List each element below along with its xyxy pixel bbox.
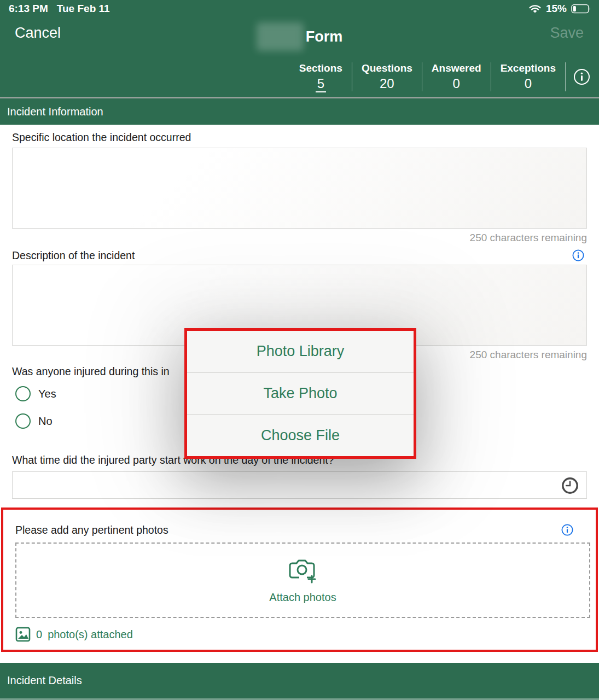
attach-photos-label: Attach photos [269,591,336,604]
status-time: 6:13 PM [9,3,48,15]
time-input[interactable] [12,471,587,499]
stat-answered: Answered 0 [422,62,491,91]
radio-yes-label: Yes [38,388,56,400]
stat-questions-label: Questions [362,62,412,74]
photo-count-row: 0 photo(s) attached [15,627,586,642]
question-location-label: Specific location the incident occurred [12,131,584,143]
section-header-incident-details: Incident Details [0,663,599,700]
status-left: 6:13 PM Tue Feb 11 [9,3,110,15]
stat-sections-label: Sections [299,62,342,74]
photo-count-value: 0 [36,628,42,641]
stat-answered-value: 0 [432,76,481,91]
battery-percent: 15% [546,3,567,15]
stat-exceptions: Exceptions 0 [491,62,566,91]
attach-photos-dropzone[interactable]: Attach photos [15,542,590,618]
stat-exceptions-label: Exceptions [501,62,556,74]
photo-source-action-sheet: Photo Library Take Photo Choose File [184,328,416,459]
redacted-title-blur [257,22,304,51]
status-date: Tue Feb 11 [57,3,110,15]
clock-icon[interactable] [561,476,579,495]
question-description-row: Description of the incident [0,249,599,261]
radio-no-label: No [38,415,53,428]
battery-icon [571,4,591,14]
action-choose-file[interactable]: Choose File [187,414,414,456]
stat-sections-value[interactable]: 5 [316,76,326,92]
form-stats: Sections 5 Questions 20 Answered 0 Excep… [290,62,594,91]
question-photos-label: Please add any pertinent photos [15,524,571,536]
action-take-photo[interactable]: Take Photo [187,372,414,415]
camera-plus-icon [288,557,318,585]
stat-exceptions-value: 0 [501,76,556,91]
radio-yes-icon[interactable] [15,386,31,401]
status-right: 15% [528,3,591,15]
info-circle-icon [573,68,590,85]
section-title: Incident Information [7,106,103,118]
stat-answered-label: Answered [432,62,481,74]
section-header-incident-information: Incident Information [0,98,599,125]
page-title-text: Form [306,28,343,45]
stat-sections[interactable]: Sections 5 [290,62,352,91]
nav-row: Cancel Form Save [0,20,599,49]
photo-count-suffix: photo(s) attached [48,628,133,641]
wifi-icon [528,4,542,14]
photos-info-icon[interactable] [561,524,573,536]
app-header: 6:13 PM Tue Feb 11 15% Cancel Form Save [0,0,599,97]
radio-no-icon[interactable] [15,413,31,429]
image-icon [15,627,31,642]
save-button[interactable]: Save [550,25,584,42]
location-char-count: 250 characters remaining [12,232,587,244]
header-info-button[interactable] [566,62,594,91]
question-photos-row: Please add any pertinent photos [3,524,586,536]
stat-questions-value: 20 [362,76,412,91]
section-title-bottom: Incident Details [7,674,82,687]
action-photo-library[interactable]: Photo Library [187,331,414,372]
stat-questions: Questions 20 [352,62,422,91]
question-description-label: Description of the incident [12,249,584,261]
location-textarea[interactable] [12,148,587,229]
status-bar: 6:13 PM Tue Feb 11 15% [0,0,599,15]
photos-question-annotated-region: Please add any pertinent photos Attach p… [1,508,598,652]
description-info-icon[interactable] [572,249,584,261]
page-title: Form [0,22,599,51]
